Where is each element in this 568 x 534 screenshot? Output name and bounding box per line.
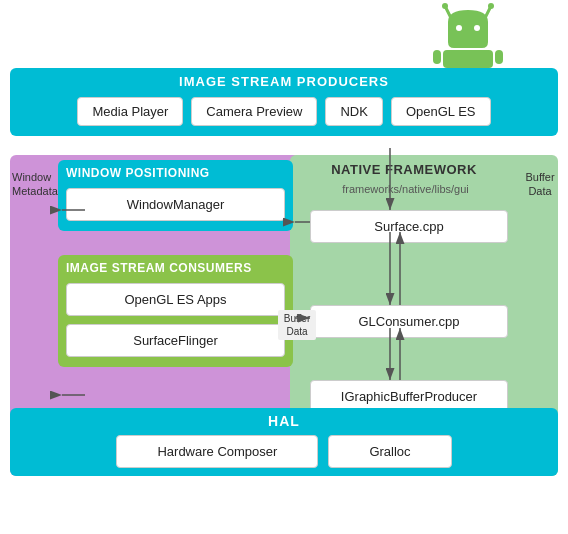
native-framework-subtitle: frameworks/native/libs/gui (298, 183, 513, 195)
image-stream-producers-section: IMAGE STREAM PRODUCERS Media Player Came… (10, 68, 558, 136)
consumer-surface-flinger: SurfaceFlinger (66, 324, 285, 357)
hal-hardware-composer: Hardware Composer (116, 435, 318, 468)
producer-media-player: Media Player (77, 97, 183, 126)
native-framework-title: NATIVE FRAMEWORK (298, 162, 510, 177)
svg-point-1 (442, 3, 448, 9)
producer-camera-preview: Camera Preview (191, 97, 317, 126)
svg-point-3 (488, 3, 494, 9)
producer-opengl-es: OpenGL ES (391, 97, 491, 126)
window-positioning-title: WINDOW POSITIONING (66, 166, 285, 180)
android-mascot (428, 0, 508, 70)
hal-box-container: Hardware Composer Gralloc (20, 435, 548, 468)
hal-title: HAL (20, 413, 548, 429)
svg-point-4 (456, 25, 462, 31)
window-metadata-label: WindowMetadata (12, 170, 57, 199)
diagram-container: IMAGE STREAM PRODUCERS Media Player Came… (0, 0, 568, 534)
hal-gralloc: Gralloc (328, 435, 451, 468)
image-stream-consumers-title: IMAGE STREAM CONSUMERS (66, 261, 285, 275)
producers-box-container: Media Player Camera Preview NDK OpenGL E… (20, 97, 548, 126)
image-stream-consumers-section: IMAGE STREAM CONSUMERS OpenGL ES Apps Su… (58, 255, 293, 367)
svg-rect-8 (495, 50, 503, 64)
image-stream-producers-title: IMAGE STREAM PRODUCERS (20, 74, 548, 89)
consumer-opengl-es-apps: OpenGL ES Apps (66, 283, 285, 316)
hal-section: HAL Hardware Composer Gralloc (10, 408, 558, 476)
producer-ndk: NDK (325, 97, 382, 126)
svg-rect-7 (433, 50, 441, 64)
window-manager-box: WindowManager (66, 188, 285, 221)
surface-cpp-box: Surface.cpp (310, 210, 508, 243)
glconsumer-cpp-box: GLConsumer.cpp (310, 305, 508, 338)
window-positioning-section: WINDOW POSITIONING WindowManager (58, 160, 293, 231)
buffer-data-label-mid: BufferData (278, 310, 316, 340)
svg-point-5 (474, 25, 480, 31)
buffer-data-label-right: BufferData (520, 170, 560, 199)
svg-rect-6 (443, 50, 493, 68)
